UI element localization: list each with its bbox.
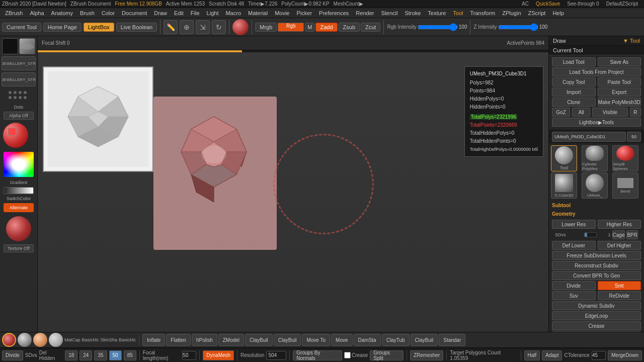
menu-movie[interactable]: Movie [272,10,292,17]
claytub-btn[interactable]: ClayTub [382,334,410,346]
tool-cell-pm3d[interactable]: S Cube3D [551,172,577,199]
menu-preferences[interactable]: Preferences [316,10,352,17]
tool-cell-umesh[interactable]: UMesh_ [582,172,608,199]
menu-help[interactable]: Help [549,10,567,17]
damsta-btn[interactable]: DamSta [354,334,381,346]
focal-length-input[interactable] [182,351,196,360]
color-picker[interactable] [4,152,34,177]
r-btn[interactable]: R [630,108,641,117]
visible-btn[interactable]: Visible [592,108,627,117]
val85-btn[interactable]: 85 [124,350,136,360]
shadowbox-btn[interactable]: ShadowBox [552,331,641,332]
quicksave-label[interactable]: QuickSave [536,1,560,7]
home-page-btn[interactable]: Home Page [43,23,82,32]
zmodel-btn[interactable]: ZModel [218,334,244,346]
hpolish-btn[interactable]: hPolish [192,334,217,346]
def-lower-btn[interactable]: Def Lower [552,241,596,250]
menu-tool[interactable]: Tool [450,10,466,17]
crease-btn[interactable]: Crease [552,321,641,330]
draw-icon[interactable]: ✏️ [164,20,178,34]
menu-transform[interactable]: Transform [467,10,499,17]
copy-tool-btn[interactable]: Copy Tool [552,77,596,86]
val24-btn[interactable]: 24 [79,350,92,360]
canvas-area[interactable]: Focal Shift 0 ActivePoints 984 [38,36,548,332]
rgb-value[interactable]: Rgb [278,23,304,32]
menu-draw[interactable]: Draw [151,10,170,17]
skinshadow-ball[interactable] [33,333,47,347]
live-boolean-btn[interactable]: Live Boolean [116,23,157,32]
suv-btn[interactable]: Suv [552,291,596,300]
texture-off-btn[interactable]: Texture Off [4,244,34,252]
scale-icon[interactable]: ⇲ [196,20,210,34]
groups-by-normals-btn[interactable]: Groups By Normals [293,350,342,360]
preview-window[interactable] [43,66,153,172]
higher-res-btn[interactable]: Higher Res [598,220,641,229]
claybuild-btn[interactable]: ClayBuil [245,334,273,346]
rediv-btn[interactable]: ReDivide [598,291,641,300]
menu-light[interactable]: Light [204,10,222,17]
mrgb-btn[interactable]: Mrgb [255,23,277,32]
menu-zplugin[interactable]: ZPlugin [499,10,524,17]
z-intensity-slider[interactable] [498,24,538,31]
claybuilds-btn[interactable]: ClayBuil [411,334,438,346]
menu-file[interactable]: File [188,10,203,17]
smt-btn[interactable]: Smt [598,281,641,290]
reconstruct-subdiv-btn[interactable]: Reconstruct Subdiv [552,261,641,270]
menu-macro[interactable]: Macro [222,10,244,17]
dynamesh-bottom-btn[interactable]: DynaMesh [203,350,234,360]
crease-checkbox-label[interactable]: Crease [344,352,368,358]
ctolerance-input[interactable] [592,351,606,360]
flatten-btn[interactable]: Flatten [166,334,191,346]
zsub-btn[interactable]: Zsub [339,23,360,32]
menu-stroke[interactable]: Stroke [401,10,424,17]
mergedown-btn[interactable]: MergeDown [608,350,642,360]
sdiv-bar[interactable] [584,232,597,237]
paste-tool-btn[interactable]: Paste Tool [598,77,641,86]
tool-num-input[interactable]: 50 [627,132,641,142]
zcut-btn[interactable]: Zcut [361,23,380,32]
save-as-btn[interactable]: Save As [598,57,641,66]
divide-bottom-btn[interactable]: Divide [2,350,23,360]
menu-picker[interactable]: Picker [293,10,315,17]
color-swatch-area[interactable] [3,123,34,149]
menu-edit[interactable]: Edit [171,10,187,17]
switch-color-btn[interactable]: Alternate [4,203,34,212]
make-polymesh-btn[interactable]: Make PolyMesh3D [598,98,641,107]
brush-thumb-2[interactable] [19,38,35,54]
default-script-label[interactable]: DefaultZScript [606,1,638,7]
bpr-btn[interactable]: BPR [626,230,638,239]
val50-btn[interactable]: 50 [109,350,122,360]
goz-btn[interactable]: GoZ [552,108,570,117]
resolution-input[interactable] [266,351,286,360]
freeze-subdiv-btn[interactable]: Freeze SubDivision Levels [552,251,641,260]
see-through-label[interactable]: See-through 0 [567,1,599,7]
matcap-ball[interactable] [2,333,16,347]
bottom-color-ball[interactable] [6,216,31,241]
val18-btn[interactable]: 18 [65,350,77,360]
alpha-off-btn[interactable]: Alpha Off [4,112,34,120]
menu-document[interactable]: Document [119,10,150,17]
cage-btn[interactable]: Cage [612,230,625,239]
brush-thumb-1[interactable] [2,38,18,54]
inflate-btn[interactable]: Inflate [142,334,165,346]
import-btn[interactable]: Import [552,87,596,97]
gradient-box[interactable] [4,187,34,194]
tool-cell-tool[interactable]: Tool [551,145,577,171]
load-tools-project-btn[interactable]: Load Tools From Project [552,67,641,76]
move2-btn[interactable]: Move [331,334,352,346]
all-btn[interactable]: All [572,108,590,117]
tool-cell-simpb[interactable]: SimpB Spheres [612,145,638,171]
move-btn[interactable]: Move To [302,334,330,346]
divide-btn[interactable]: Divide [552,281,596,290]
lightbox-tools-btn[interactable]: Lightbox▶Tools [552,118,641,127]
material-ball[interactable] [232,19,249,35]
standard-btn[interactable]: Standar [439,334,465,346]
menu-anatomy[interactable]: Anatomy [48,10,76,17]
adapt-btn[interactable]: Adapt [542,350,562,360]
zadd-btn[interactable]: Zadd [315,23,337,32]
lower-res-btn[interactable]: Lower Res [552,220,596,229]
menu-render[interactable]: Render [353,10,377,17]
brush-name-1[interactable]: JEWELLERY_STR [2,56,36,70]
m-btn[interactable]: M [305,23,314,32]
menu-color[interactable]: Color [99,10,118,17]
